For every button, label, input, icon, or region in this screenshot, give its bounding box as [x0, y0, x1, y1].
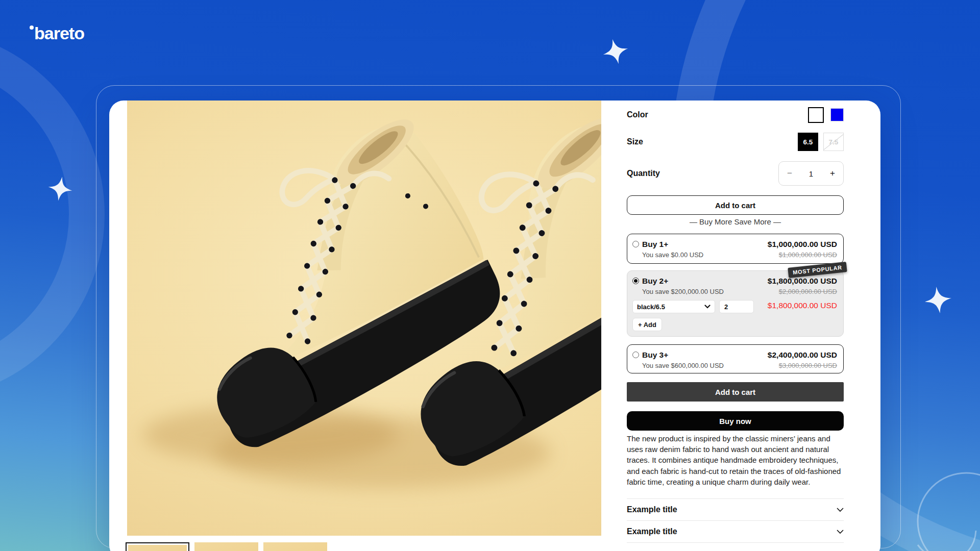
variant-select[interactable]: black/6.5 — [632, 300, 715, 313]
product-card: Color Size 6.5 7.5 Quantity − 1 + — [109, 101, 880, 551]
logo-dot-icon — [30, 26, 34, 30]
offer-1-compare-price: $1,000,000.00 USD — [768, 251, 837, 259]
variant-select-value: black/6.5 — [637, 303, 665, 311]
add-variant-button[interactable]: + Add — [632, 318, 662, 331]
upsell-heading: — Buy More Save More — — [627, 217, 844, 226]
offer-3-title: Buy 3+ — [642, 350, 768, 360]
quantity-label: Quantity — [627, 169, 660, 178]
offer-2-compare-price: $2,000,000.00 USD — [768, 288, 837, 295]
add-to-cart-secondary-button[interactable]: Add to cart — [627, 382, 844, 402]
thumbnail[interactable] — [126, 542, 189, 551]
accordion: Example title Example title — [627, 498, 844, 543]
chevron-down-icon — [837, 530, 844, 534]
logo-text: bareto — [34, 24, 84, 42]
sneakers-illustration — [127, 101, 601, 536]
chevron-down-icon — [704, 305, 710, 309]
quantity-row: Quantity − 1 + — [627, 161, 844, 186]
product-description: The new product is inspired by the class… — [627, 433, 844, 487]
color-label: Color — [627, 110, 648, 119]
offer-2-radio[interactable] — [632, 278, 639, 284]
thumbnail-image — [194, 542, 258, 551]
quantity-value: 1 — [800, 169, 822, 178]
offer-2-save: You save $200,000.00 USD — [642, 288, 768, 295]
product-image — [127, 101, 601, 536]
quantity-stepper: − 1 + — [778, 161, 844, 186]
accordion-title: Example title — [627, 527, 677, 536]
accordion-row-2[interactable]: Example title — [627, 521, 844, 543]
quantity-increase-button[interactable]: + — [822, 168, 843, 179]
color-swatch-black[interactable] — [808, 107, 824, 123]
quantity-decrease-button[interactable]: − — [779, 168, 800, 179]
thumbnail[interactable] — [263, 542, 327, 551]
offer-3-radio[interactable] — [632, 352, 639, 358]
thumbnail[interactable] — [194, 542, 258, 551]
size-options: 6.5 7.5 — [798, 133, 844, 151]
size-option-6-5[interactable]: 6.5 — [798, 133, 818, 151]
offer-2-title: Buy 2+ — [642, 277, 768, 286]
chevron-down-icon — [837, 508, 844, 512]
radio-dot — [634, 279, 638, 283]
page: bareto — [0, 0, 980, 551]
size-option-7-5[interactable]: 7.5 — [823, 133, 844, 151]
variant-quantity-input[interactable] — [719, 300, 754, 313]
offer-1-title: Buy 1+ — [642, 240, 768, 249]
buy-now-button[interactable]: Buy now — [627, 411, 844, 431]
thumbnail-strip — [126, 542, 327, 551]
offer-1-price: $1,000,000.00 USD — [768, 240, 837, 249]
thumbnail-image — [128, 545, 187, 551]
size-row: Size 6.5 7.5 — [627, 131, 844, 153]
accordion-title: Example title — [627, 505, 677, 514]
thumbnail-image — [263, 542, 327, 551]
offer-2-price: $1,800,000.00 USD — [768, 277, 837, 286]
offer-3-save: You save $600,000.00 USD — [642, 362, 768, 369]
variant-subtotal: $1,800,000.00 USD — [768, 301, 837, 310]
logo[interactable]: bareto — [30, 24, 84, 42]
sparkle-icon — [923, 285, 953, 315]
sparkle-icon — [600, 36, 631, 67]
accordion-row-1[interactable]: Example title — [627, 499, 844, 521]
offer-buy-1[interactable]: Buy 1+ $1,000,000.00 USD You save $0.00 … — [627, 234, 844, 264]
color-row: Color — [627, 105, 844, 125]
offer-3-price: $2,400,000.00 USD — [768, 350, 837, 360]
offer-3-compare-price: $3,000,000.00 USD — [768, 362, 837, 369]
color-swatch-blue[interactable] — [830, 108, 844, 121]
buy-panel: Color Size 6.5 7.5 Quantity − 1 + — [627, 101, 844, 551]
offer-1-save: You save $0.00 USD — [642, 251, 768, 259]
offer-buy-3[interactable]: Buy 3+ $2,400,000.00 USD You save $600,0… — [627, 344, 844, 373]
offer-1-radio[interactable] — [632, 241, 639, 247]
color-swatches — [808, 107, 844, 123]
offer-buy-2[interactable]: MOST POPULAR Buy 2+ $1,800,000.00 USD Yo… — [627, 270, 844, 337]
size-label: Size — [627, 137, 643, 146]
add-to-cart-button[interactable]: Add to cart — [627, 195, 844, 215]
